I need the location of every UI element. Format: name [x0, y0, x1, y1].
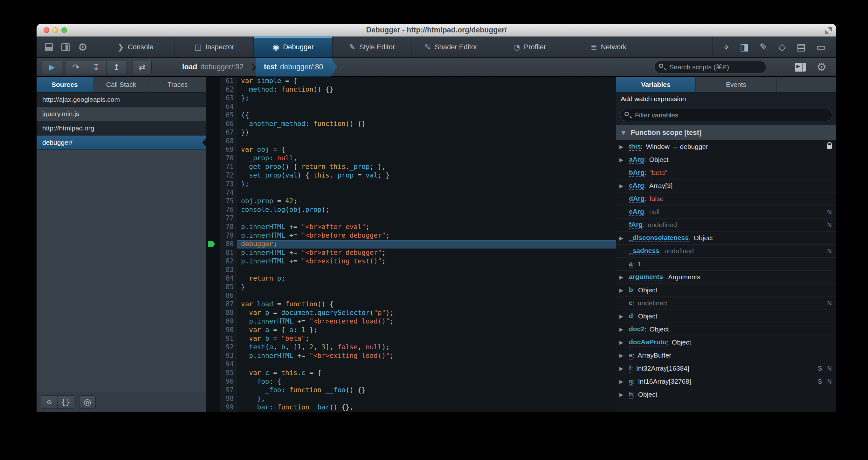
code-line[interactable]: var simple = { — [237, 77, 616, 85]
source-item-http-ajax-googleapis-com[interactable]: http://ajax.googleapis.com — [37, 92, 206, 107]
breakpoint-slot[interactable] — [206, 120, 220, 128]
zoom-window-button[interactable] — [61, 27, 67, 33]
breakpoint-slot[interactable] — [206, 309, 220, 317]
breakpoint-slot[interactable] — [206, 231, 220, 240]
code-line[interactable]: get prop() { return this._prop; }, — [237, 163, 616, 171]
variables-tab-events[interactable]: Events — [696, 77, 777, 92]
code-line[interactable] — [237, 188, 616, 197]
filter-variables-input[interactable] — [620, 109, 832, 121]
variable-row-b[interactable]: ▶b:Object — [616, 284, 836, 297]
code-line[interactable]: var load = function() { — [237, 300, 616, 309]
expand-arrow-icon[interactable]: ▶ — [619, 144, 629, 150]
tab-inspector[interactable]: ◫Inspector — [175, 36, 254, 57]
expand-arrow-icon[interactable]: ▶ — [619, 352, 629, 358]
expand-arrow-icon[interactable]: ▶ — [619, 235, 629, 241]
breakpoint-slot[interactable] — [206, 94, 220, 103]
breakpoint-slot[interactable] — [206, 188, 220, 197]
code-line[interactable]: var c = this.c = { — [237, 369, 616, 377]
variable-value[interactable]: Object — [672, 339, 691, 346]
code-line[interactable]: p.innerHTML += "<br>before debugger"; — [237, 231, 616, 240]
step-over-button[interactable]: ↷ — [66, 60, 86, 74]
variable-row-docasproto[interactable]: ▶docAsProto:Object — [616, 336, 836, 349]
variable-value[interactable]: "beta" — [650, 169, 668, 177]
debugger-settings-gear-icon[interactable]: ⚙ — [816, 61, 827, 73]
code-line[interactable]: }, — [237, 395, 616, 403]
close-window-button[interactable] — [43, 27, 49, 33]
variable-value[interactable]: Object — [638, 391, 657, 398]
resume-button[interactable]: ▶ — [42, 60, 62, 74]
breakpoint-slot[interactable] — [206, 249, 220, 257]
code-line[interactable]: var b = "beta"; — [237, 334, 616, 343]
breakpoint-slot[interactable] — [206, 317, 220, 326]
code-line[interactable]: p.innerHTML += "<br>entered load()"; — [237, 317, 616, 326]
breakpoint-slot[interactable] — [206, 300, 220, 309]
code-line[interactable]: set prop(val) { this._prop = val; } — [237, 171, 616, 180]
breakpoint-slot[interactable] — [206, 128, 220, 137]
variable-value[interactable]: false — [650, 195, 663, 203]
code-line[interactable]: p.innerHTML += "<br>after eval"; — [237, 223, 616, 231]
breakpoint-gutter[interactable] — [206, 77, 220, 412]
code-line[interactable] — [237, 103, 616, 111]
breakpoint-slot[interactable] — [206, 343, 220, 351]
breakpoint-slot[interactable] — [206, 154, 220, 163]
source-item-debugger-[interactable]: debugger/ — [37, 136, 206, 150]
breakpoint-slot[interactable] — [206, 386, 220, 395]
variable-row-f[interactable]: ▶f:Int32Array[16384]SN — [616, 362, 836, 375]
breakpoint-slot[interactable] — [206, 85, 220, 94]
code-line[interactable] — [237, 360, 616, 369]
variable-value[interactable]: Array[3] — [649, 182, 673, 190]
code-line[interactable]: another_method: function() {} — [237, 120, 616, 128]
variable-row-e[interactable]: ▶e:ArrayBuffer — [616, 349, 836, 362]
variable-row-earg[interactable]: eArg:nullN — [616, 205, 836, 219]
minimize-window-button[interactable] — [53, 27, 58, 33]
sources-tab-traces[interactable]: Traces — [149, 77, 206, 92]
breadcrumb-frame-test[interactable]: testdebugger/:80 — [256, 58, 337, 77]
pause-on-exceptions-button[interactable]: ◎ — [79, 396, 96, 409]
expand-arrow-icon[interactable]: ▶ — [619, 379, 629, 384]
code-area[interactable]: var simple = { method: function() {}};({… — [237, 77, 616, 412]
toggle-pause-state-button[interactable]: ⇄ — [132, 60, 152, 74]
code-line[interactable]: method: function() {} — [237, 85, 616, 94]
dock-bottom-icon[interactable] — [45, 43, 53, 51]
sources-tab-sources[interactable]: Sources — [37, 77, 93, 92]
variable-row-barg[interactable]: bArg:"beta" — [616, 166, 836, 179]
source-item-jquery-min-js[interactable]: jquery.min.js — [37, 107, 206, 121]
tab-network[interactable]: ≣Network — [569, 36, 648, 57]
variable-row-doc2[interactable]: ▶doc2:Object — [616, 323, 836, 336]
step-in-button[interactable]: ↧ — [86, 60, 106, 74]
breakpoint-slot[interactable] — [206, 283, 220, 291]
code-line[interactable] — [237, 266, 616, 274]
source-editor[interactable]: 6162636465666768697071727374757677787980… — [206, 77, 616, 412]
tab-profiler[interactable]: ◔Profiler — [490, 36, 569, 57]
code-line[interactable]: } — [237, 283, 616, 291]
variable-row--sadness[interactable]: _sadness:undefinedN — [616, 245, 836, 258]
breakpoint-slot[interactable] — [206, 197, 220, 205]
variables-tab-variables[interactable]: Variables — [616, 77, 696, 92]
breakpoint-slot[interactable] — [206, 403, 220, 412]
add-watch-expression[interactable]: Add watch expression — [616, 92, 836, 105]
breakpoint-slot[interactable] — [206, 145, 220, 154]
variable-value[interactable]: ArrayBuffer — [638, 351, 672, 359]
code-line[interactable]: var obj = { — [237, 145, 616, 154]
toolbox-settings-gear-icon[interactable]: ⚙ — [78, 42, 87, 53]
variable-row--disconsolateness[interactable]: ▶_disconsolateness:Object — [616, 232, 836, 245]
dock-side-icon[interactable] — [61, 43, 70, 51]
code-line[interactable]: p.innerHTML += "<br>exiting load()"; — [237, 351, 616, 360]
expand-arrow-icon[interactable]: ▶ — [619, 287, 629, 293]
code-line[interactable]: }) — [237, 128, 616, 137]
variable-row-aarg[interactable]: ▶aArg:Object — [616, 153, 836, 166]
breakpoint-slot[interactable] — [206, 111, 220, 120]
variable-row-g[interactable]: ▶g:Int16Array[32768]SN — [616, 375, 836, 388]
expand-arrow-icon[interactable]: ▶ — [619, 274, 629, 280]
split-console-icon[interactable]: ◨ — [740, 42, 749, 52]
breakpoint-slot[interactable] — [206, 103, 220, 111]
expand-arrow-icon[interactable]: ▶ — [619, 313, 629, 319]
breakpoint-slot[interactable] — [206, 214, 220, 223]
source-item-http-htmlpad-org[interactable]: http://htmlpad.org — [37, 121, 206, 136]
code-line[interactable]: }; — [237, 94, 616, 103]
variable-row-darg[interactable]: dArg:false — [616, 193, 836, 205]
variable-value[interactable]: Int16Array[32768] — [638, 378, 691, 385]
code-line[interactable]: var p = document.querySelector("p"); — [237, 309, 616, 317]
variable-value[interactable]: Object — [694, 234, 713, 242]
sources-tab-call-stack[interactable]: Call Stack — [93, 77, 150, 92]
